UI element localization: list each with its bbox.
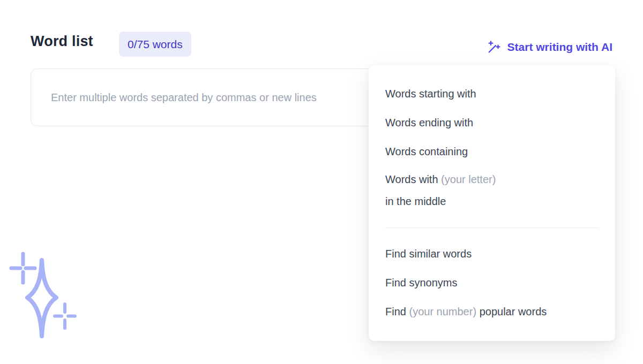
menu-divider	[385, 228, 599, 228]
menu-item-words-starting-with[interactable]: Words starting with	[385, 79, 599, 108]
ai-button-label: Start writing with AI	[507, 41, 612, 54]
menu-item-text: popular words	[480, 306, 547, 318]
menu-item-words-containing[interactable]: Words containing	[385, 137, 599, 166]
menu-item-words-with-letter-in-middle[interactable]: Words with (your letter) in the middle	[385, 166, 599, 215]
menu-item-find-synonyms[interactable]: Find synonyms	[385, 268, 599, 297]
menu-item-placeholder-text: (your letter)	[441, 173, 496, 185]
word-count-badge: 0/75 words	[119, 32, 191, 57]
menu-item-placeholder-text: (your number)	[409, 306, 476, 318]
menu-item-text: in the middle	[385, 195, 446, 207]
menu-item-text: Words with	[385, 173, 438, 185]
page-title: Word list	[31, 33, 93, 50]
menu-item-words-ending-with[interactable]: Words ending with	[385, 108, 599, 137]
menu-item-find-similar-words[interactable]: Find similar words	[385, 239, 599, 268]
ai-options-menu: Words starting with Words ending with Wo…	[369, 65, 615, 341]
start-writing-with-ai-button[interactable]: Start writing with AI	[486, 37, 612, 57]
wand-sparkles-icon	[486, 40, 500, 55]
menu-item-find-popular-words[interactable]: Find (your number) popular words	[385, 297, 599, 326]
menu-item-text: Find	[385, 306, 406, 318]
